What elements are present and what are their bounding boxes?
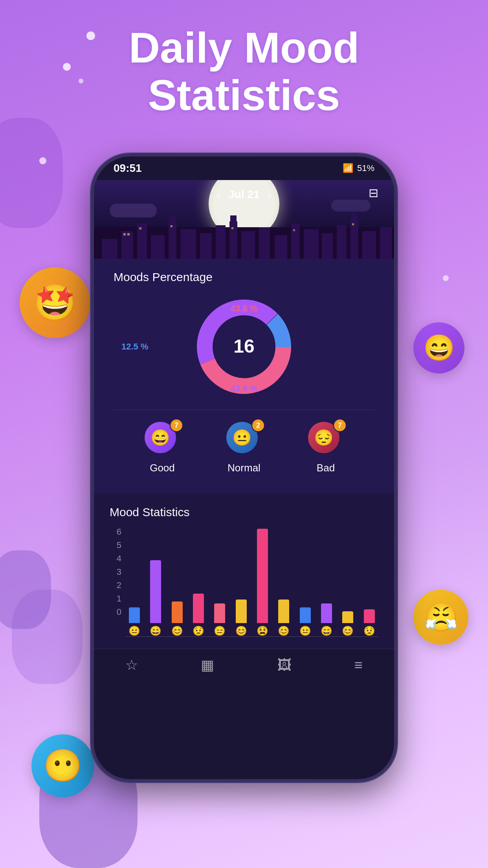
bar-2-emoji: 😄 <box>150 625 161 636</box>
bar-4-emoji: 😟 <box>193 625 204 636</box>
star-icon: ☆ <box>125 657 138 673</box>
nav-item-gallery[interactable]: 🖼 <box>277 657 292 673</box>
y-label-4: 4 <box>110 554 121 564</box>
mood-badges-container: 😄 7 Good 😐 2 Normal 😔 <box>114 410 374 482</box>
svg-rect-11 <box>230 215 237 223</box>
phone-screen: 09:51 📶 51% <box>94 156 394 779</box>
svg-rect-16 <box>304 229 319 259</box>
bar-8: 😊 <box>275 527 293 636</box>
normal-badge-count: 2 <box>251 419 265 432</box>
bar-3: 😊 <box>168 527 186 636</box>
page-title: Daily Mood Statistics <box>0 24 488 119</box>
svg-rect-28 <box>293 229 295 231</box>
svg-rect-29 <box>352 223 354 225</box>
gallery-icon: 🖼 <box>277 657 292 673</box>
svg-rect-23 <box>123 233 126 235</box>
bars-container: 😐 😄 😊 <box>125 527 378 637</box>
bg-decoration-1 <box>0 118 63 228</box>
floating-emoji-happy: 😄 <box>413 322 464 373</box>
bar-7-emoji: 😫 <box>257 625 268 636</box>
status-time: 09:51 <box>114 162 142 175</box>
bar-12-emoji: 😟 <box>363 625 375 636</box>
svg-rect-18 <box>337 225 347 259</box>
svg-rect-24 <box>127 233 130 235</box>
bar-9-emoji: 😐 <box>299 625 311 636</box>
pct-label-bottom: 43.8 % <box>231 384 258 394</box>
prev-arrow[interactable]: ‹ <box>216 188 220 201</box>
svg-rect-6 <box>169 215 176 223</box>
chart-with-axis: 0 1 2 3 4 5 6 <box>110 527 378 637</box>
pct-label-left: 12.5 % <box>121 342 149 352</box>
moods-section-title: Moods Percentage <box>114 270 374 284</box>
stats-section-title: Mood Statistics <box>110 506 378 519</box>
phone-frame: 09:51 📶 51% <box>91 153 397 782</box>
y-label-1: 1 <box>110 594 121 604</box>
svg-rect-27 <box>231 227 233 229</box>
svg-rect-12 <box>241 231 255 259</box>
normal-label: Normal <box>227 462 261 474</box>
bar-1: 😐 <box>125 527 143 636</box>
chart-area: 0 1 2 3 4 5 6 <box>110 527 378 637</box>
bar-1-emoji: 😐 <box>128 625 140 636</box>
mood-badge-bad: 😔 7 Bad <box>308 422 343 474</box>
nav-date[interactable]: Jul 21 <box>228 188 259 201</box>
bar-5-fill <box>214 603 225 623</box>
battery-icon: 51% <box>357 163 374 173</box>
bar-5: 😑 <box>211 527 229 636</box>
svg-rect-14 <box>275 235 287 259</box>
bad-label: Bad <box>317 462 335 474</box>
mood-icon-normal: 😐 2 <box>226 422 262 457</box>
bar-4: 😟 <box>189 527 207 636</box>
bottom-navigation: ☆ ▦ 🖼 ≡ <box>94 649 394 685</box>
svg-rect-10 <box>229 221 237 259</box>
y-label-6: 6 <box>110 527 121 537</box>
bar-4-fill <box>193 594 204 623</box>
pct-label-top: 43.8 % <box>231 303 258 314</box>
lte-icon: 📶 <box>343 163 353 173</box>
bar-6-fill <box>236 600 247 623</box>
good-label: Good <box>150 462 175 474</box>
y-label-0: 0 <box>110 607 121 617</box>
svg-rect-3 <box>137 223 147 259</box>
y-label-2: 2 <box>110 580 121 590</box>
nav-item-menu[interactable]: ≡ <box>354 657 363 673</box>
donut-chart-container: 16 43.8 % 12.5 % 43.8 % <box>114 292 374 402</box>
svg-rect-15 <box>291 223 300 259</box>
bg-dot-5 <box>443 275 449 281</box>
bar-5-emoji: 😑 <box>214 625 226 636</box>
bar-11-emoji: 😊 <box>342 625 354 636</box>
bar-6-emoji: 😊 <box>235 625 247 636</box>
bar-12: 😟 <box>360 527 378 636</box>
svg-rect-4 <box>151 235 165 259</box>
bar-7-fill <box>257 529 268 623</box>
good-badge-count: 7 <box>170 419 183 432</box>
status-icons: 📶 51% <box>343 163 374 173</box>
bar-12-fill <box>364 609 375 623</box>
bg-decoration-3 <box>12 590 83 684</box>
next-arrow[interactable]: › <box>268 188 272 201</box>
bar-10: 😄 <box>317 527 336 636</box>
nav-item-star[interactable]: ☆ <box>125 657 138 673</box>
mood-icon-good: 😄 7 <box>145 422 180 457</box>
svg-rect-25 <box>139 227 141 230</box>
svg-rect-22 <box>380 227 392 259</box>
svg-rect-9 <box>216 225 226 259</box>
svg-rect-26 <box>171 225 172 227</box>
bg-dot-3 <box>39 157 46 164</box>
bar-11: 😊 <box>339 527 357 636</box>
floating-emoji-confused: 😶 <box>31 734 94 797</box>
bar-6: 😊 <box>232 527 250 636</box>
mood-badge-normal: 😐 2 Normal <box>226 422 262 474</box>
bar-10-fill <box>321 603 332 623</box>
header-nav: ‹ Jul 21 › <box>94 188 394 201</box>
city-skyline <box>94 208 394 259</box>
svg-rect-13 <box>259 227 270 259</box>
bar-10-emoji: 😄 <box>321 625 332 636</box>
svg-rect-17 <box>322 233 333 259</box>
svg-rect-20 <box>351 213 358 221</box>
bar-1-fill <box>129 607 140 623</box>
mood-badge-good: 😄 7 Good <box>145 422 180 474</box>
phone-notch <box>205 156 283 172</box>
bar-2-fill <box>150 560 161 623</box>
nav-item-calendar[interactable]: ▦ <box>201 657 214 673</box>
